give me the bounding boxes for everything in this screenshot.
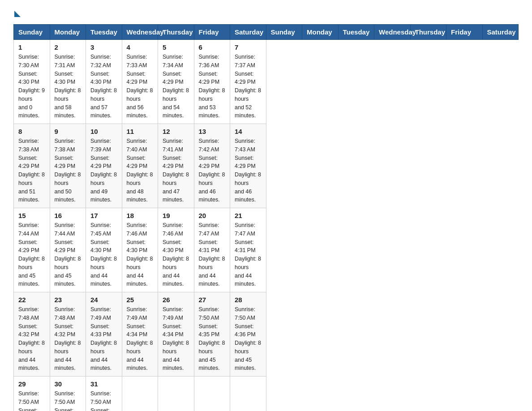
day-info: Sunrise: 7:38 AMSunset: 4:29 PMDaylight:…: [55, 137, 82, 204]
day-number: 19: [163, 212, 189, 219]
day-cell: 12 Sunrise: 7:41 AMSunset: 4:29 PMDaylig…: [158, 124, 194, 208]
day-cell: 2 Sunrise: 7:31 AMSunset: 4:30 PMDayligh…: [50, 40, 86, 124]
day-cell: 18 Sunrise: 7:46 AMSunset: 4:30 PMDaylig…: [122, 208, 158, 292]
day-info: Sunrise: 7:50 AMSunset: 4:36 PMDaylight:…: [235, 305, 262, 372]
day-info: Sunrise: 7:47 AMSunset: 4:31 PMDaylight:…: [235, 221, 262, 288]
col-header-saturday: Saturday: [230, 25, 266, 40]
day-info: Sunrise: 7:39 AMSunset: 4:29 PMDaylight:…: [90, 137, 117, 204]
day-info: Sunrise: 7:44 AMSunset: 4:29 PMDaylight:…: [18, 221, 45, 288]
day-number: 14: [235, 128, 262, 135]
day-number: 12: [163, 128, 189, 135]
col-header-tuesday: Tuesday: [86, 25, 122, 40]
day-info: Sunrise: 7:38 AMSunset: 4:29 PMDaylight:…: [18, 137, 45, 204]
day-info: Sunrise: 7:50 AMSunset: 4:37 PMDaylight:…: [55, 390, 82, 411]
day-info: Sunrise: 7:33 AMSunset: 4:29 PMDaylight:…: [127, 53, 154, 120]
day-cell: 15 Sunrise: 7:44 AMSunset: 4:29 PMDaylig…: [14, 208, 50, 292]
day-info: Sunrise: 7:48 AMSunset: 4:32 PMDaylight:…: [55, 305, 82, 372]
day-cell: 26 Sunrise: 7:49 AMSunset: 4:34 PMDaylig…: [158, 292, 194, 377]
day-number: 30: [55, 380, 82, 388]
day-info: Sunrise: 7:37 AMSunset: 4:29 PMDaylight:…: [235, 53, 262, 120]
day-cell: 8 Sunrise: 7:38 AMSunset: 4:29 PMDayligh…: [14, 124, 50, 208]
day-cell: [158, 377, 194, 411]
day-cell: 25 Sunrise: 7:49 AMSunset: 4:34 PMDaylig…: [122, 292, 158, 377]
day-cell: 27 Sunrise: 7:50 AMSunset: 4:35 PMDaylig…: [194, 292, 230, 377]
day-info: Sunrise: 7:31 AMSunset: 4:30 PMDaylight:…: [55, 53, 82, 120]
day-number: 18: [127, 212, 154, 219]
day-info: Sunrise: 7:47 AMSunset: 4:31 PMDaylight:…: [199, 221, 226, 288]
day-cell: 28 Sunrise: 7:50 AMSunset: 4:36 PMDaylig…: [230, 292, 266, 377]
day-cell: 31 Sunrise: 7:50 AMSunset: 4:38 PMDaylig…: [86, 377, 122, 411]
day-cell: [194, 377, 230, 411]
week-row-1: 1 Sunrise: 7:30 AMSunset: 4:30 PMDayligh…: [14, 40, 519, 124]
day-info: Sunrise: 7:30 AMSunset: 4:30 PMDaylight:…: [18, 53, 45, 120]
day-number: 31: [90, 380, 117, 388]
day-cell: 1 Sunrise: 7:30 AMSunset: 4:30 PMDayligh…: [14, 40, 50, 124]
day-cell: 29 Sunrise: 7:50 AMSunset: 4:36 PMDaylig…: [14, 377, 50, 411]
day-number: 23: [55, 296, 82, 304]
header-row: SundayMondayTuesdayWednesdayThursdayFrid…: [14, 25, 519, 40]
day-number: 9: [55, 128, 82, 135]
day-number: 21: [235, 212, 262, 219]
day-cell: 10 Sunrise: 7:39 AMSunset: 4:29 PMDaylig…: [86, 124, 122, 208]
day-cell: 24 Sunrise: 7:49 AMSunset: 4:33 PMDaylig…: [86, 292, 122, 377]
day-info: Sunrise: 7:42 AMSunset: 4:29 PMDaylight:…: [199, 137, 226, 204]
col-header-sunday: Sunday: [266, 25, 302, 40]
day-info: Sunrise: 7:34 AMSunset: 4:29 PMDaylight:…: [163, 53, 189, 120]
week-row-2: 8 Sunrise: 7:38 AMSunset: 4:29 PMDayligh…: [14, 124, 519, 208]
day-cell: 9 Sunrise: 7:38 AMSunset: 4:29 PMDayligh…: [50, 124, 86, 208]
day-info: Sunrise: 7:46 AMSunset: 4:30 PMDaylight:…: [127, 221, 154, 288]
day-info: Sunrise: 7:49 AMSunset: 4:33 PMDaylight:…: [90, 305, 117, 372]
col-header-sunday: Sunday: [14, 25, 50, 40]
day-number: 1: [18, 43, 45, 51]
day-info: Sunrise: 7:48 AMSunset: 4:32 PMDaylight:…: [18, 305, 45, 372]
day-cell: 6 Sunrise: 7:36 AMSunset: 4:29 PMDayligh…: [194, 40, 230, 124]
logo-top: [13, 9, 21, 17]
logo-triangle-icon: [14, 11, 21, 17]
day-info: Sunrise: 7:43 AMSunset: 4:29 PMDaylight:…: [235, 137, 262, 204]
week-row-5: 29 Sunrise: 7:50 AMSunset: 4:36 PMDaylig…: [14, 377, 519, 411]
day-cell: 13 Sunrise: 7:42 AMSunset: 4:29 PMDaylig…: [194, 124, 230, 208]
day-number: 6: [199, 43, 226, 51]
day-number: 13: [199, 128, 226, 135]
day-cell: [230, 377, 266, 411]
day-number: 25: [127, 296, 154, 304]
day-info: Sunrise: 7:36 AMSunset: 4:29 PMDaylight:…: [199, 53, 226, 120]
day-number: 8: [18, 128, 45, 135]
day-number: 10: [90, 128, 117, 135]
calendar-table: SundayMondayTuesdayWednesdayThursdayFrid…: [13, 24, 519, 411]
col-header-thursday: Thursday: [410, 25, 446, 40]
col-header-wednesday: Wednesday: [374, 25, 411, 40]
day-number: 11: [127, 128, 154, 135]
day-info: Sunrise: 7:40 AMSunset: 4:29 PMDaylight:…: [127, 137, 154, 204]
day-number: 17: [90, 212, 117, 219]
day-number: 29: [18, 380, 45, 388]
col-header-friday: Friday: [446, 25, 483, 40]
day-cell: 17 Sunrise: 7:45 AMSunset: 4:30 PMDaylig…: [86, 208, 122, 292]
day-cell: 11 Sunrise: 7:40 AMSunset: 4:29 PMDaylig…: [122, 124, 158, 208]
col-header-wednesday: Wednesday: [122, 25, 158, 40]
week-row-3: 15 Sunrise: 7:44 AMSunset: 4:29 PMDaylig…: [14, 208, 519, 292]
day-info: Sunrise: 7:50 AMSunset: 4:36 PMDaylight:…: [18, 390, 45, 411]
day-number: 24: [90, 296, 117, 304]
week-row-4: 22 Sunrise: 7:48 AMSunset: 4:32 PMDaylig…: [14, 292, 519, 377]
day-cell: 30 Sunrise: 7:50 AMSunset: 4:37 PMDaylig…: [50, 377, 86, 411]
day-number: 28: [235, 296, 262, 304]
day-number: 5: [163, 43, 189, 51]
day-number: 3: [90, 43, 117, 51]
day-info: Sunrise: 7:44 AMSunset: 4:29 PMDaylight:…: [55, 221, 82, 288]
day-info: Sunrise: 7:50 AMSunset: 4:38 PMDaylight:…: [90, 390, 117, 411]
day-cell: 20 Sunrise: 7:47 AMSunset: 4:31 PMDaylig…: [194, 208, 230, 292]
col-header-monday: Monday: [302, 25, 339, 40]
day-number: 27: [199, 296, 226, 304]
day-info: Sunrise: 7:46 AMSunset: 4:30 PMDaylight:…: [163, 221, 189, 288]
day-cell: 19 Sunrise: 7:46 AMSunset: 4:30 PMDaylig…: [158, 208, 194, 292]
page-header: [13, 9, 519, 15]
day-number: 22: [18, 296, 45, 304]
day-info: Sunrise: 7:49 AMSunset: 4:34 PMDaylight:…: [127, 305, 154, 372]
day-number: 2: [55, 43, 82, 51]
day-info: Sunrise: 7:50 AMSunset: 4:35 PMDaylight:…: [199, 305, 226, 372]
logo: [13, 9, 21, 15]
day-number: 16: [55, 212, 82, 219]
day-cell: 3 Sunrise: 7:32 AMSunset: 4:30 PMDayligh…: [86, 40, 122, 124]
col-header-thursday: Thursday: [158, 25, 194, 40]
